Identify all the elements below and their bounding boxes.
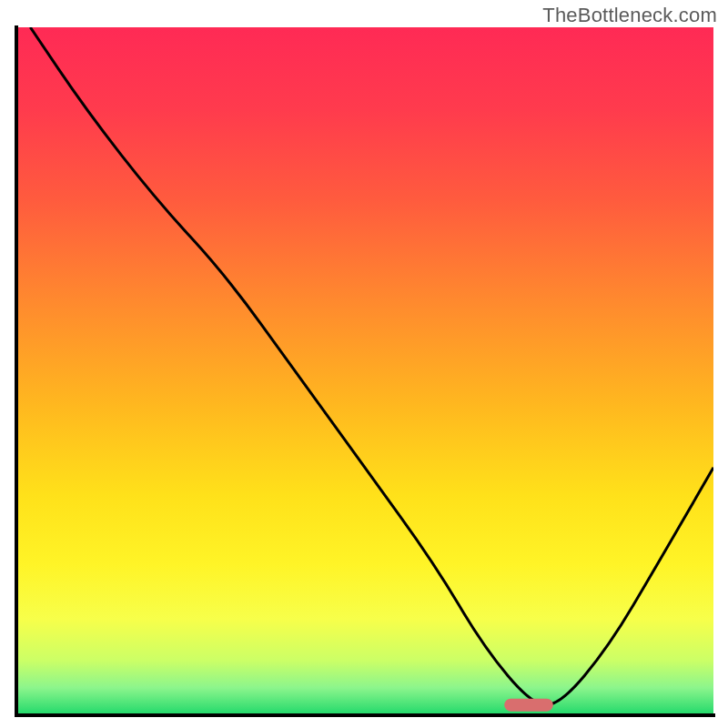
chart-svg	[0, 0, 728, 728]
optimal-marker	[504, 699, 553, 712]
bottleneck-chart: TheBottleneck.com	[0, 0, 728, 728]
gradient-background	[16, 27, 713, 715]
watermark-text: TheBottleneck.com	[542, 4, 717, 27]
